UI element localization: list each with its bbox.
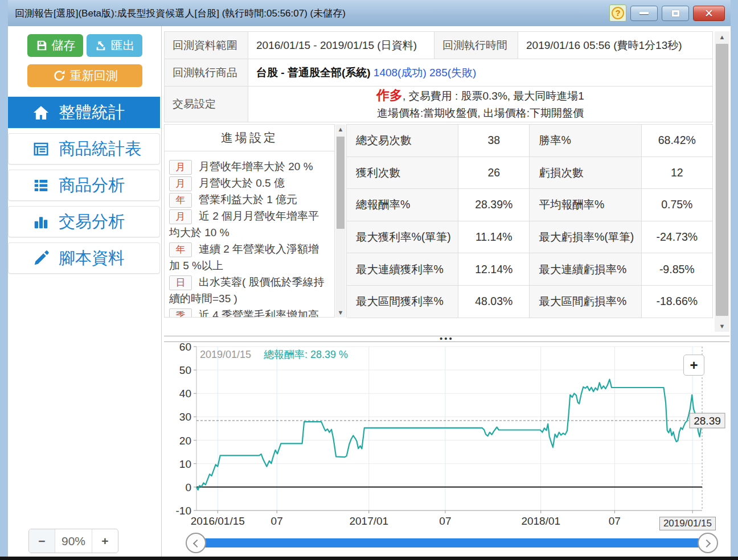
freq-tag: 年 xyxy=(169,193,192,208)
scroll-down-icon[interactable]: ▼ xyxy=(715,323,729,330)
trade-settings-label: 交易設定 xyxy=(165,87,248,122)
stat-label: 平均報酬率% xyxy=(530,189,641,221)
scrollbar-thumb[interactable] xyxy=(716,44,728,316)
svg-text:2018/01: 2018/01 xyxy=(521,515,560,527)
main-area: 回測資料範圍 2016/01/15 - 2019/01/15 (日資料) 回測執… xyxy=(162,26,731,557)
minimize-icon xyxy=(639,12,649,14)
maximize-icon xyxy=(672,10,679,17)
freq-tag: 日 xyxy=(169,275,192,290)
svg-text:07: 07 xyxy=(271,515,283,527)
sidebar-item-product-analysis[interactable]: 商品分析 xyxy=(8,170,160,201)
stat-label: 最大區間虧損率% xyxy=(530,286,641,318)
help-button[interactable]: ? xyxy=(609,5,626,22)
stat-label: 總報酬率% xyxy=(347,189,458,221)
product-label: 回測執行商品 xyxy=(165,59,248,87)
svg-text:0: 0 xyxy=(185,481,191,493)
range-label: 回測資料範圍 xyxy=(165,32,248,59)
sidebar-item-trade-analysis[interactable]: 交易分析 xyxy=(8,206,160,237)
stat-value: 68.42% xyxy=(642,125,713,157)
svg-text:20: 20 xyxy=(179,435,191,447)
stats-table: 總交易次數 38 勝率% 68.42% 獲利次數 26 虧損次數 12 總報酬率… xyxy=(346,124,713,318)
minimize-button[interactable] xyxy=(630,6,658,21)
entry-settings-list: 月月營收年增率大於 20 % 月月營收大於 0.5 億 年營業利益大於 1 億元… xyxy=(165,151,334,317)
freq-tag: 月 xyxy=(169,209,192,224)
entry-panel-scrollbar[interactable]: ▲ ▼ xyxy=(335,124,346,318)
chevron-right-icon xyxy=(703,540,711,547)
stat-label: 勝率% xyxy=(530,125,641,157)
scroll-up-icon[interactable]: ▲ xyxy=(335,126,346,133)
chart-zoom-in-button[interactable]: + xyxy=(683,355,704,376)
scroll-down-icon[interactable]: ▼ xyxy=(335,309,346,316)
svg-text:40: 40 xyxy=(179,388,191,400)
stat-value: 26 xyxy=(458,157,530,190)
svg-text:28.39: 28.39 xyxy=(694,415,721,427)
export-icon xyxy=(95,39,107,52)
export-button[interactable]: 匯出 xyxy=(87,34,142,57)
save-button[interactable]: 儲存 xyxy=(27,34,83,57)
fail-count-link[interactable]: 285(失敗) xyxy=(429,65,476,80)
chart-scrollbar xyxy=(186,532,718,554)
close-button[interactable]: ✕ xyxy=(693,6,725,21)
stat-value: 0.75% xyxy=(642,189,713,221)
close-icon: ✕ xyxy=(704,7,714,20)
freq-tag: 年 xyxy=(169,242,192,257)
product-value: 台股 - 普通股全部(系統) 1408(成功) 285(失敗) xyxy=(248,59,712,87)
zoom-in-button[interactable]: + xyxy=(92,529,118,553)
stat-label: 最大虧損率%(單筆) xyxy=(530,221,641,254)
window-title: 回測報告[選股](Beta版):成長型投資候選人[台股] (執行時間:05:56… xyxy=(15,7,605,20)
entry-rule: 月營收年增率大於 20 % xyxy=(199,160,313,172)
splitter-handle[interactable]: ••• xyxy=(164,336,729,342)
chart-scrollbar-track[interactable] xyxy=(195,538,709,547)
freq-tag: 月 xyxy=(169,160,192,175)
save-icon xyxy=(35,39,48,52)
stat-label: 最大連續虧損率% xyxy=(530,253,641,286)
svg-text:2017/01: 2017/01 xyxy=(349,515,388,527)
entry-settings-panel: 進場設定 月月營收年增率大於 20 % 月月營收大於 0.5 億 年營業利益大於… xyxy=(164,124,335,318)
main-scrollbar[interactable]: ▲ ▼ xyxy=(715,31,729,332)
entry-rule: 出水芙蓉( 股價低於季線持續的時間=35 ) xyxy=(169,276,325,304)
stat-label: 總交易次數 xyxy=(347,125,458,157)
stat-label: 最大連續獲利率% xyxy=(347,253,458,286)
exec-time-value: 2019/01/16 05:56 (費時1分13秒) xyxy=(518,32,712,59)
rerun-backtest-button[interactable]: 重新回測 xyxy=(27,64,142,87)
table-list-icon xyxy=(32,141,50,158)
stat-label: 虧損次數 xyxy=(530,157,641,190)
stat-value: 11.14% xyxy=(458,221,530,254)
zoom-control: − 90% + xyxy=(28,529,118,553)
sidebar-item-overall-stats[interactable]: 整體統計 xyxy=(8,97,160,128)
stat-label: 最大區間獲利率% xyxy=(347,286,458,318)
zoom-out-button[interactable]: − xyxy=(29,529,55,553)
success-count-link[interactable]: 1408(成功) xyxy=(374,65,427,80)
stat-value: 48.03% xyxy=(458,286,530,318)
stat-value: 38 xyxy=(458,125,530,157)
trade-settings-value: 作多, 交易費用 : 股票0.3%, 最大同時進場1 進場價格:當期收盤價, 出… xyxy=(248,87,712,122)
svg-text:50: 50 xyxy=(179,364,191,376)
scroll-left-button[interactable] xyxy=(186,533,206,553)
refresh-icon xyxy=(52,69,66,83)
maximize-button[interactable] xyxy=(662,6,689,21)
stat-value: -24.73% xyxy=(642,221,713,254)
svg-text:07: 07 xyxy=(439,515,451,527)
sidebar-nav: 整體統計 商品統計表 商品分析 交易分析 腳本資料 xyxy=(8,97,161,274)
svg-text:-10: -10 xyxy=(176,505,191,517)
svg-text:07: 07 xyxy=(609,515,621,527)
scrollbar-thumb[interactable] xyxy=(337,137,345,229)
backtest-info-table: 回測資料範圍 2016/01/15 - 2019/01/15 (日資料) 回測執… xyxy=(164,31,713,122)
scroll-right-button[interactable] xyxy=(698,533,718,553)
question-icon: ? xyxy=(612,7,624,19)
sidebar-item-script-data[interactable]: 腳本資料 xyxy=(8,242,160,274)
entry-rule: 營業利益大於 1 億元 xyxy=(199,193,297,205)
sidebar-item-product-stats-table[interactable]: 商品統計表 xyxy=(8,133,160,164)
home-icon xyxy=(32,104,50,121)
entry-rule: 月營收大於 0.5 億 xyxy=(199,177,285,189)
svg-text:30: 30 xyxy=(179,411,191,423)
zoom-level: 90% xyxy=(55,529,92,553)
end-date-label: 2019/01/15 xyxy=(659,517,716,530)
sidebar: 儲存 匯出 重新回測 整體統計 商品統計表 xyxy=(8,26,162,557)
range-value: 2016/01/15 - 2019/01/15 (日資料) xyxy=(248,32,434,59)
stat-label: 最大獲利率%(單筆) xyxy=(347,221,458,254)
svg-text:2019/01/15: 2019/01/15 xyxy=(200,349,251,360)
scroll-up-icon[interactable]: ▲ xyxy=(715,34,729,40)
stat-value: 12.14% xyxy=(458,253,530,286)
titlebar: 回測報告[選股](Beta版):成長型投資候選人[台股] (執行時間:05:56… xyxy=(8,0,731,26)
